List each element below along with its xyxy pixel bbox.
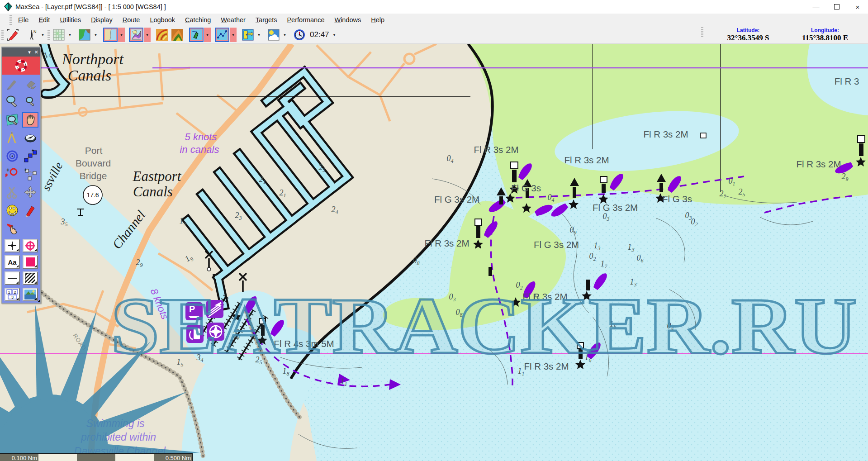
exchange-icon[interactable] [241, 28, 255, 42]
zoom-in-tool[interactable] [4, 94, 20, 109]
svg-text:+: + [6, 167, 9, 173]
chart-vector-dropdown[interactable]: ▾ [204, 28, 211, 42]
chart-canvas[interactable]: P [0, 44, 868, 461]
north-arrow-icon[interactable]: N [24, 28, 39, 42]
palette-close-icon[interactable]: ✕ [34, 49, 38, 55]
restore-button[interactable] [826, 0, 847, 14]
chart-vector-icon[interactable] [189, 28, 204, 42]
menu-item-catching[interactable]: Catching [180, 15, 216, 25]
distress-button[interactable] [2, 57, 40, 75]
smiley-tool[interactable] [4, 203, 20, 218]
divider-tool[interactable] [4, 130, 20, 146]
menu-item-edit[interactable]: Edit [33, 15, 55, 25]
depth-sounding: 13 [630, 277, 637, 289]
north-arrow-dropdown[interactable]: ▾ [39, 28, 46, 42]
depth-sounding: 08 [413, 256, 420, 267]
depth-sounding: 22 [720, 189, 726, 200]
land-green [468, 44, 868, 223]
menu-item-utilities[interactable]: Utilities [55, 15, 86, 25]
time-dropdown[interactable]: ▾ [331, 28, 338, 42]
weather-dropdown[interactable]: ▾ [281, 28, 288, 42]
zoom-area-tool[interactable] [4, 112, 20, 128]
depth-sounding: 17 [533, 292, 540, 304]
menu-item-targets[interactable]: Targets [251, 15, 282, 25]
title-bar: MaxSea - [Layer.ptf [WGS84]] - [ 1:5 000… [0, 0, 868, 14]
map-overview-icon[interactable] [77, 28, 92, 42]
place-label: Eastport [133, 168, 181, 185]
depth-sounding: 04 [548, 193, 555, 204]
place-label: Channel [109, 208, 149, 252]
background-button[interactable] [23, 288, 38, 301]
zoom-out-tool[interactable] [22, 94, 38, 109]
color-fill-button[interactable] [23, 255, 38, 269]
exchange-dropdown[interactable]: ▾ [256, 28, 262, 42]
marina-facility-icons: P [185, 300, 224, 343]
menu-item-weather[interactable]: Weather [216, 15, 251, 25]
depth-sounding: 19 [183, 252, 195, 266]
center-mark-button[interactable] [5, 239, 20, 252]
depth-sounding: 04 [667, 321, 674, 333]
bearing-mark-button[interactable] [23, 239, 38, 252]
chart-raster-icon[interactable] [103, 28, 118, 42]
place-label: in canals [180, 144, 219, 156]
layout-button[interactable]: 123 [5, 288, 20, 301]
land-tan [0, 44, 493, 461]
grid-icon[interactable] [52, 28, 66, 42]
terrain-icon[interactable] [170, 28, 185, 42]
weather-icon[interactable] [266, 28, 281, 42]
contour-icon[interactable] [155, 28, 169, 42]
clock-icon[interactable] [292, 28, 307, 42]
menu-item-file[interactable]: File [13, 15, 33, 25]
menu-item-windows[interactable]: Windows [329, 15, 366, 25]
menu-item-performance[interactable]: Performance [282, 15, 329, 25]
cut-tool[interactable] [4, 185, 20, 200]
pan-tool-active[interactable] [22, 112, 38, 128]
latitude-display: Latitude: 32°36.3549 S [710, 27, 787, 43]
svg-text:P: P [189, 304, 195, 314]
depth-sounding: 02 [691, 217, 698, 228]
compass-tool[interactable] [22, 130, 38, 146]
nav-light-label: Fl R 3s 2M [564, 155, 609, 166]
route-plot-icon[interactable] [215, 28, 229, 42]
waypoint-route-tool[interactable]: + [22, 148, 38, 164]
place-label: 5 knots [185, 131, 217, 143]
move-tool[interactable] [22, 185, 38, 200]
depth-sounding: 35 [61, 217, 68, 228]
menu-item-route[interactable]: Route [118, 15, 145, 25]
pen-tool-disabled [4, 76, 20, 91]
chart-3d-dropdown[interactable]: ▾ [144, 28, 151, 42]
annotate-pen-icon[interactable] [5, 28, 20, 42]
line-style-button[interactable] [5, 271, 20, 285]
chart-3d-icon[interactable] [129, 28, 143, 42]
tool-palette: ▾ ✕ [1, 47, 41, 304]
text-tool-button[interactable]: Aa [5, 255, 20, 269]
place-label: 8 knots [148, 287, 171, 321]
depth-sounding: 17 [601, 259, 607, 271]
place-label: Bouvard [76, 158, 111, 169]
chart-raster-dropdown[interactable]: ▾ [118, 28, 125, 42]
target-rings-tool[interactable] [4, 148, 20, 164]
map-overview-dropdown[interactable]: ▾ [92, 28, 99, 42]
point-select-tool[interactable] [4, 221, 20, 236]
svg-text:SEATRACKER.RU: SEATRACKER.RU [111, 281, 857, 371]
route-plot-dropdown[interactable]: ▾ [230, 28, 237, 42]
latitude-value: 32°36.3549 S [710, 33, 787, 43]
polygon-edit-tool[interactable]: + [22, 166, 38, 182]
grid-dropdown[interactable]: ▾ [66, 28, 73, 42]
menu-item-help[interactable]: Help [366, 15, 389, 25]
depth-sounding: 25 [739, 187, 745, 199]
window-title: MaxSea - [Layer.ptf [WGS84]] - [ 1:5 000… [15, 3, 166, 10]
minimize-button[interactable]: — [806, 0, 826, 14]
lifebuoy-icon [14, 59, 28, 72]
menu-grip[interactable] [9, 15, 12, 25]
hatch-fill-button[interactable] [23, 271, 38, 285]
menu-item-display[interactable]: Display [86, 15, 118, 25]
menu-item-logbook[interactable]: Logbook [145, 15, 180, 25]
place-label: Port [85, 145, 103, 156]
close-button[interactable]: × [847, 0, 868, 14]
palette-menu-icon[interactable]: ▾ [28, 49, 31, 55]
pencil-tool[interactable] [22, 203, 38, 218]
nav-light-label: Fl G 3s 2M [434, 194, 479, 205]
toolbar-grip[interactable] [1, 30, 4, 40]
range-zoom-tool[interactable]: + [4, 166, 20, 182]
